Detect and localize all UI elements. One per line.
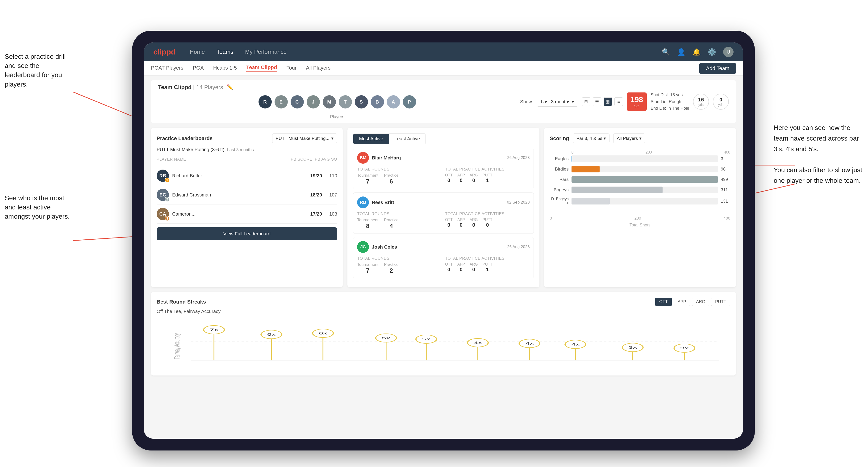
player-score-1: 19/20 — [308, 173, 322, 179]
active-player-card-2: RB Rees Britt 02 Sep 2023 Total Rounds T… — [353, 192, 533, 234]
bar-label-dbogeys: D. Bogeys + — [550, 197, 569, 206]
svg-text:6x: 6x — [267, 333, 276, 336]
edit-icon[interactable]: ✏️ — [227, 84, 233, 90]
shot-unit: SC — [630, 104, 643, 108]
top-nav: clippd Home Teams My Performance 🔍 👤 🔔 ⚙… — [144, 42, 743, 61]
bell-icon[interactable]: 🔔 — [692, 48, 701, 56]
bar-val-eagles: 3 — [721, 156, 730, 161]
nav-item-home[interactable]: Home — [190, 49, 205, 55]
rounds-stats-3: Tournament 7 Practice 2 — [357, 262, 442, 274]
streaks-tab-putt[interactable]: PUTT — [711, 298, 730, 306]
player-avatar-jc: JC — [357, 241, 369, 253]
activities-3: OTT0 APP0 ARG0 PUTT1 — [445, 262, 530, 273]
svg-text:5x: 5x — [382, 336, 390, 340]
view-grid-icon[interactable]: ⊞ — [582, 97, 590, 106]
streaks-tab-ott[interactable]: OTT — [655, 298, 672, 306]
nav-item-teams[interactable]: Teams — [217, 49, 233, 55]
nav-items: Home Teams My Performance — [190, 49, 662, 55]
bar-row-eagles: Eagles 3 — [550, 155, 730, 162]
drill-dropdown[interactable]: PUTT Must Make Putting... ▾ — [272, 133, 337, 143]
bar-val-bogeys: 311 — [721, 187, 730, 192]
player-avg-1: 110 — [325, 173, 337, 179]
nav-item-performance[interactable]: My Performance — [245, 49, 286, 55]
player-avatar-4[interactable]: J — [307, 95, 320, 108]
player-avatar-3[interactable]: C — [290, 95, 304, 108]
col-pb-avg: PB AVG SQ — [315, 157, 337, 162]
svg-text:3x: 3x — [628, 346, 637, 349]
tab-pgat-players[interactable]: PGAT Players — [151, 65, 183, 72]
user-avatar[interactable]: U — [723, 47, 734, 57]
bar-container-pars — [571, 176, 718, 183]
drill-full-name: PUTT Must Make Putting (3-6 ft), Last 3 … — [157, 147, 337, 152]
least-active-toggle[interactable]: Least Active — [389, 134, 426, 144]
player-avatar-7[interactable]: S — [355, 95, 368, 108]
tournament-label-3: Tournament — [357, 262, 378, 267]
team-title: Team Clippd | 14 Players — [158, 84, 223, 91]
shot-details: Shot Dist: 16 yds Start Lie: Rough End L… — [651, 92, 689, 112]
most-active-toggle[interactable]: Most Active — [353, 134, 389, 144]
svg-text:4x: 4x — [474, 341, 482, 345]
practice-rounds-label-2: Practice — [384, 218, 398, 222]
view-table-icon[interactable]: ≡ — [614, 97, 623, 106]
streaks-tab-arg[interactable]: ARG — [692, 298, 709, 306]
active-player-card-3: JC Josh Coles 26 Aug 2023 Total Rounds T… — [353, 237, 533, 278]
view-list-icon[interactable]: ☰ — [593, 97, 601, 106]
shot-badge: 198 SC — [627, 92, 647, 111]
player-name-rb2: Rees Britt — [372, 200, 504, 205]
main-content: Team Clippd | 14 Players ✏️ R E C J M T … — [144, 75, 743, 439]
player-score-2: 18/20 — [308, 192, 322, 198]
svg-text:6x: 6x — [319, 331, 327, 335]
player-date-jc: 26 Aug 2023 — [507, 245, 530, 249]
annotation-bottom-left: See who is the most and least active amo… — [5, 193, 75, 221]
scoring-par-filter[interactable]: Par 3, 4 & 5s ▾ — [573, 133, 610, 143]
add-team-button[interactable]: Add Team — [700, 63, 736, 74]
activities-1: OTT0 APP0 ARG0 PUTT1 — [445, 173, 530, 184]
view-full-leaderboard-button[interactable]: View Full Leaderboard — [157, 227, 337, 240]
player-avatar-8[interactable]: B — [371, 95, 384, 108]
tab-hcaps[interactable]: Hcaps 1-5 — [213, 65, 237, 72]
player-avatar-6[interactable]: T — [339, 95, 352, 108]
view-card-icon[interactable]: ▦ — [603, 97, 612, 106]
tab-pga[interactable]: PGA — [193, 65, 204, 72]
player-avatar-1[interactable]: R — [258, 95, 272, 108]
tab-tour[interactable]: Tour — [286, 65, 297, 72]
total-rounds-label-3: Total Rounds — [357, 256, 442, 261]
chevron-down-icon: ▾ — [639, 136, 642, 141]
streaks-tab-app[interactable]: APP — [674, 298, 690, 306]
bar-fill-bogeys — [571, 187, 662, 193]
leaderboard-title: Practice Leaderboards — [157, 135, 213, 142]
practice-rounds-val-2: 4 — [384, 222, 398, 230]
scoring-player-filter[interactable]: All Players ▾ — [613, 133, 645, 143]
bar-label-pars: Pars — [550, 177, 569, 182]
bar-label-eagles: Eagles — [550, 156, 569, 161]
player-avatar-9[interactable]: A — [387, 95, 400, 108]
player-avatar-5[interactable]: M — [323, 95, 336, 108]
leaderboard-row[interactable]: EC 2 Edward Crossman 18/20 107 — [157, 185, 337, 205]
bar-container-bogeys — [571, 187, 718, 193]
person-icon[interactable]: 👤 — [677, 48, 685, 56]
active-player-header-2: RB Rees Britt 02 Sep 2023 — [357, 196, 530, 208]
player-avatar-2[interactable]: E — [275, 95, 288, 108]
active-player-header-1: BM Blair McHarg 26 Aug 2023 — [357, 152, 530, 164]
svg-text:5x: 5x — [422, 337, 431, 341]
settings-icon[interactable]: ⚙️ — [708, 48, 716, 56]
player-date-rb2: 02 Sep 2023 — [507, 200, 530, 205]
svg-text:Fairway Accuracy: Fairway Accuracy — [172, 333, 181, 359]
bar-row-pars: Pars 499 — [550, 176, 730, 183]
player-avatar-10[interactable]: P — [403, 95, 416, 108]
tab-team-clippd[interactable]: Team Clippd — [246, 64, 277, 72]
end-lie-label: End Lie: In The Hole — [651, 105, 689, 112]
tournament-val-1: 7 — [357, 178, 378, 185]
player-avatar-rb: RB 1 — [157, 169, 169, 182]
activities-2: OTT0 APP0 ARG0 PUTT0 — [445, 218, 530, 228]
left-val: 16 — [698, 97, 704, 103]
leaderboard-row[interactable]: RB 1 Richard Butler 19/20 110 — [157, 166, 337, 185]
svg-text:7x: 7x — [210, 328, 218, 332]
player-avg-3: 103 — [325, 211, 337, 217]
search-icon[interactable]: 🔍 — [662, 48, 670, 56]
leaderboard-row[interactable]: CA 3 Cameron... 17/20 103 — [157, 205, 337, 224]
show-period-select[interactable]: Last 3 months ▾ — [537, 97, 578, 106]
tab-all-players[interactable]: All Players — [306, 65, 331, 72]
bar-container-eagles — [571, 155, 718, 162]
player-avatars: R E C J M T S B A P — [158, 93, 516, 111]
